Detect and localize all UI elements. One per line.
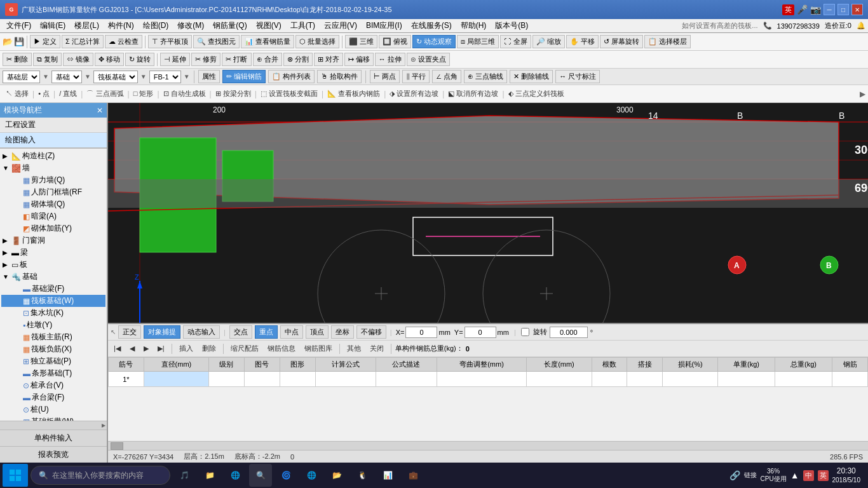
btn-angle[interactable]: ∠ 点角: [432, 70, 461, 83]
menu-tools[interactable]: 工具(T): [287, 19, 319, 32]
tree-gouzaozhu[interactable]: ▶ 📐 构造柱(Z): [1, 150, 105, 162]
btn-delete[interactable]: ✂ 删除: [3, 53, 32, 66]
cell-desc[interactable]: [376, 372, 437, 387]
taskbar-app-browser[interactable]: 🌐: [224, 464, 247, 487]
btn-line[interactable]: / 直线: [56, 88, 80, 100]
tree-ban[interactable]: ▶ ▭ 板: [1, 259, 105, 271]
cell-shape[interactable]: [280, 372, 315, 387]
canvas-area[interactable]: 14 B B 3000 6900: [108, 103, 868, 323]
h-scrollbar[interactable]: [108, 441, 868, 450]
btn-ortho[interactable]: 正交: [118, 325, 141, 339]
btn-scale-rebar[interactable]: 缩尺配筋: [227, 343, 262, 354]
btn-property[interactable]: 属性: [198, 70, 220, 83]
btn-prev[interactable]: ◀: [126, 344, 138, 353]
btn-align[interactable]: ⊞ 对齐: [314, 53, 343, 66]
btn-cancel-slope[interactable]: ⬕ 取消所有边坡: [445, 88, 501, 100]
cell-unit-wt[interactable]: [717, 372, 775, 387]
tb-icon-open[interactable]: 📂: [3, 37, 13, 46]
btn-find-elem[interactable]: 🔍 查找图元: [193, 35, 240, 48]
btn-report-preview[interactable]: 报表预览: [0, 446, 107, 463]
btn-close-table[interactable]: 关闭: [367, 343, 387, 354]
clock[interactable]: 20:30 2018/5/10: [832, 466, 861, 485]
btn-set-grip[interactable]: ⊙ 设置夹点: [407, 53, 450, 66]
taskbar-app-ie[interactable]: 🌐: [300, 464, 323, 487]
tree-jishuikeng[interactable]: ⊡ 集水坑(K): [1, 307, 105, 319]
btn-auto-slab[interactable]: ⊡ 自动生成板: [160, 88, 209, 100]
btn-split-beam[interactable]: ⊞ 按梁分割: [212, 88, 254, 100]
sidebar-draw-input[interactable]: 绘图输入: [0, 133, 107, 148]
menu-bim[interactable]: BIM应用(I): [362, 19, 406, 32]
btn-two-points[interactable]: ⊢ 两点: [370, 70, 400, 83]
tree-jianliwqiang[interactable]: ▦ 剪力墙(Q): [1, 174, 105, 186]
expand-btn[interactable]: ▶: [860, 90, 865, 98]
btn-extend[interactable]: ⊣ 延伸: [160, 53, 190, 66]
cell-count[interactable]: [592, 372, 627, 387]
btn-point[interactable]: • 点: [35, 88, 53, 100]
element-select[interactable]: FB-1: [149, 71, 181, 83]
btn-view-rebar[interactable]: 📊 查看钢筋量: [241, 35, 294, 48]
btn-dim-mark[interactable]: ↔ 尺寸标注: [555, 70, 600, 83]
subtype-select[interactable]: 筏板基础: [93, 71, 138, 83]
taskbar-app-mic[interactable]: 🎵: [173, 464, 196, 487]
menu-modify[interactable]: 修改(M): [173, 19, 208, 32]
tree-qiang[interactable]: ▼ 🧱 墙: [1, 162, 105, 174]
btn-set-slope[interactable]: ⬗ 设置所有边坡: [386, 88, 442, 100]
btn-define[interactable]: ▶ 定义: [30, 35, 60, 48]
tree-tiaoxing[interactable]: ▬ 条形基础(T): [1, 367, 105, 379]
tree-renfang[interactable]: ▦ 人防门框墙(RF: [1, 186, 105, 198]
expand-jichu[interactable]: ▼: [3, 273, 10, 280]
btn-rebar-lib[interactable]: 钢筋图库: [301, 343, 336, 354]
btn-pick-element[interactable]: 🖱 拾取构件: [317, 70, 362, 83]
taskbar-app-green[interactable]: 🐧: [351, 464, 374, 487]
btn-break[interactable]: ✂ 打断: [222, 53, 251, 66]
menu-rebar-qty[interactable]: 钢筋量(Q): [209, 19, 250, 32]
btn-single-element[interactable]: 单构件输入: [0, 430, 107, 446]
btn-mirror[interactable]: ⇔ 镜像: [63, 53, 93, 66]
btn-batch-select[interactable]: ⬡ 批量选择: [295, 35, 339, 48]
btn-total-calc[interactable]: Σ 汇总计算: [62, 35, 104, 48]
btn-inclined-slab[interactable]: ⬖ 三点定义斜筏板: [505, 88, 567, 100]
rotate-checkbox[interactable]: [521, 328, 529, 336]
btn-trim[interactable]: ✂ 修剪: [191, 53, 220, 66]
x-input[interactable]: [405, 327, 437, 338]
btn-no-offset[interactable]: 不偏移: [356, 325, 386, 339]
menu-cloud[interactable]: 云应用(V): [320, 19, 361, 32]
rotate-input[interactable]: [550, 327, 588, 338]
btn-level-top[interactable]: ⊤ 齐平板顶: [148, 35, 192, 48]
btn-first[interactable]: |◀: [111, 344, 124, 353]
camera-icon[interactable]: 📷: [810, 4, 821, 15]
tree-jichu[interactable]: ▼ 🔩 基础: [1, 271, 105, 283]
btn-merge[interactable]: ⊕ 合并: [253, 53, 282, 66]
btn-element-list[interactable]: 📋 构件列表: [268, 70, 315, 83]
scroll-thumb[interactable]: [111, 442, 123, 450]
menu-version[interactable]: 版本号(B): [491, 19, 532, 32]
tree-fabanzhujin[interactable]: ▦ 筏板主筋(R): [1, 331, 105, 343]
cell-total-wt[interactable]: [775, 372, 832, 387]
btn-rect[interactable]: □ 矩形: [130, 88, 157, 100]
menu-file[interactable]: 文件(F): [3, 19, 35, 32]
btn-screen-rotate[interactable]: ↺ 屏幕旋转: [600, 35, 643, 48]
btn-offset[interactable]: ↦ 偏移: [344, 53, 374, 66]
btn-3d[interactable]: ⬛ 三维: [345, 35, 377, 48]
y-input[interactable]: [465, 327, 496, 338]
cell-figure-no[interactable]: [244, 372, 280, 387]
taskbar-app-work[interactable]: 💼: [402, 464, 424, 487]
btn-edit-rebar[interactable]: ✏ 编辑钢筋: [222, 70, 266, 83]
btn-other[interactable]: 其他: [344, 343, 364, 354]
layer-select[interactable]: 基础层: [3, 71, 40, 83]
btn-set-section[interactable]: ⬚ 设置筏板变截面: [257, 88, 321, 100]
btn-select-floor[interactable]: 📋 选择楼层: [644, 35, 691, 48]
lang-indicator[interactable]: 中: [803, 470, 814, 481]
btn-move[interactable]: ✥ 移动: [95, 53, 124, 66]
menu-draw[interactable]: 绘图(D): [139, 19, 173, 32]
menu-edit[interactable]: 编辑(E): [36, 19, 69, 32]
btn-delete-aux[interactable]: ✕ 删除辅线: [510, 70, 553, 83]
tree-menchuang[interactable]: ▶ 🚪 门窗洞: [1, 234, 105, 247]
cell-rebar[interactable]: [832, 372, 868, 387]
btn-intersection[interactable]: 交点: [229, 325, 252, 339]
btn-three-axis[interactable]: ⊕ 三点轴线: [464, 70, 507, 83]
btn-arc[interactable]: ⌒ 三点画弧: [83, 88, 126, 100]
ime-indicator[interactable]: 英: [818, 470, 829, 481]
cell-formula[interactable]: [315, 372, 376, 387]
btn-parallel[interactable]: ∥ 平行: [402, 70, 430, 83]
